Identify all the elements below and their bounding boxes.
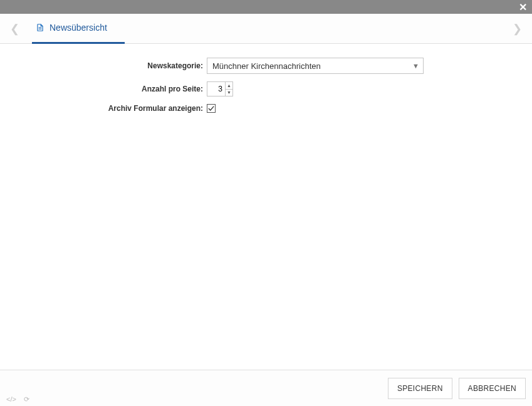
row-per-page: Anzahl pro Seite: ▲ ▼ <box>13 81 519 96</box>
spinner-up-icon[interactable]: ▲ <box>226 82 232 90</box>
footer-bar: </> ⟳ SPEICHERN ABBRECHEN <box>0 370 532 406</box>
cancel-button[interactable]: ABBRECHEN <box>459 378 526 399</box>
refresh-icon[interactable]: ⟳ <box>24 395 29 403</box>
select-category-value: Münchner Kirchennachrichten <box>212 61 321 71</box>
form-panel: Newskategorie: Münchner Kirchennachricht… <box>0 44 532 134</box>
checkbox-archive[interactable] <box>207 104 216 113</box>
close-icon[interactable]: ✕ <box>519 1 527 13</box>
label-per-page: Anzahl pro Seite: <box>13 85 207 93</box>
input-per-page[interactable] <box>207 82 225 96</box>
save-button[interactable]: SPEICHERN <box>388 378 452 399</box>
row-archive: Archiv Formular anzeigen: <box>13 104 519 113</box>
spinner-down-icon[interactable]: ▼ <box>226 90 232 96</box>
label-archive: Archiv Formular anzeigen: <box>13 104 207 113</box>
nav-next-icon[interactable]: ❯ <box>510 19 524 38</box>
nav-prev-icon[interactable]: ❮ <box>8 19 22 38</box>
title-bar: ✕ <box>0 0 532 14</box>
select-category[interactable]: Münchner Kirchennachrichten ▼ <box>207 58 424 74</box>
row-category: Newskategorie: Münchner Kirchennachricht… <box>13 58 519 74</box>
tab-label: Newsübersicht <box>50 23 107 33</box>
check-icon <box>208 105 214 112</box>
tab-news-overview[interactable]: Newsübersicht <box>32 14 125 44</box>
chevron-down-icon: ▼ <box>412 62 419 70</box>
code-icon[interactable]: </> <box>6 395 16 403</box>
document-icon <box>36 23 44 32</box>
label-category: Newskategorie: <box>13 61 207 70</box>
header-bar: ❮ Newsübersicht ❯ <box>0 14 532 44</box>
spinner-per-page[interactable]: ▲ ▼ <box>207 81 233 96</box>
